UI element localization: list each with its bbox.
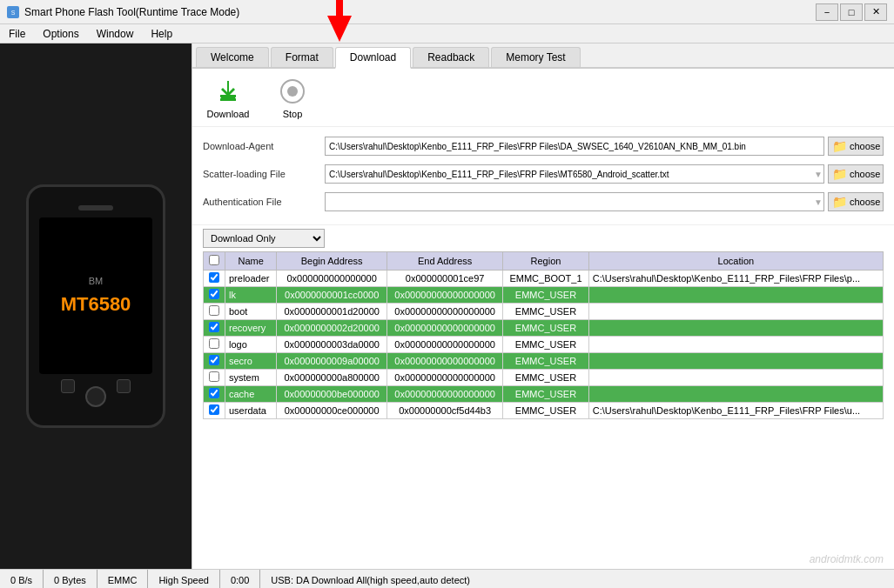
table-header-row: Name Begin Address End Address Region Lo… [204, 252, 884, 271]
menu-options[interactable]: Options [34, 26, 87, 41]
stop-icon [277, 76, 308, 107]
col-checkbox [204, 252, 225, 271]
folder-icon-3: 📁 [832, 195, 847, 209]
table-container: Name Begin Address End Address Region Lo… [192, 251, 894, 550]
phone-home-btn [85, 386, 106, 407]
col-begin: Begin Address [277, 252, 387, 271]
row-checkbox-6[interactable] [209, 371, 219, 382]
row-name-4: logo [225, 337, 277, 353]
scatter-choose-btn[interactable]: 📁 choose [828, 164, 884, 184]
status-storage: EMMC [97, 570, 149, 588]
row-checkbox-7[interactable] [209, 388, 219, 398]
row-region-3: EMMC_USER [503, 320, 589, 337]
tab-memory-test[interactable]: Memory Test [491, 47, 580, 67]
row-checkbox-2[interactable] [209, 305, 219, 316]
scatter-loading-input[interactable] [325, 164, 824, 184]
row-end-7: 0x00000000000000000 [387, 386, 503, 403]
menu-file[interactable]: File [0, 26, 34, 41]
row-checkbox-3[interactable] [209, 322, 219, 332]
table-row: cache0x00000000be0000000x000000000000000… [204, 386, 884, 403]
row-location-6 [588, 370, 883, 386]
scatter-dropdown-arrow: ▼ [814, 170, 823, 179]
phone-speaker [78, 205, 113, 210]
row-begin-2: 0x0000000001d20000 [277, 304, 387, 320]
folder-icon-2: 📁 [832, 167, 847, 181]
row-begin-8: 0x00000000ce000000 [277, 403, 387, 419]
row-name-7: cache [225, 386, 277, 403]
svg-point-9 [287, 86, 298, 97]
phone-brand-label: BM [89, 276, 104, 286]
main-layout: BM MT6580 Welcome For [0, 43, 894, 569]
row-location-0: C:\Users\rahul\Desktop\Kenbo_E111_FRP_Fi… [588, 271, 883, 287]
col-name: Name [225, 252, 277, 271]
svg-marker-7 [221, 97, 235, 98]
phone-device: BM MT6580 [26, 184, 165, 428]
table-row: logo0x0000000003da00000x0000000000000000… [204, 337, 884, 353]
row-checkbox-8[interactable] [209, 404, 219, 415]
svg-marker-3 [221, 81, 228, 97]
row-end-5: 0x00000000000000000 [387, 353, 503, 370]
row-checkbox-1[interactable] [209, 289, 219, 299]
phone-menu-btn [117, 379, 131, 393]
download-agent-input[interactable] [325, 137, 824, 156]
row-name-2: boot [225, 304, 277, 320]
close-button[interactable]: ✕ [864, 3, 887, 21]
download-label: Download [207, 109, 250, 119]
minimize-button[interactable]: − [816, 3, 838, 21]
phone-panel: BM MT6580 [0, 43, 192, 569]
row-location-7 [588, 386, 883, 403]
auth-file-input[interactable] [325, 192, 824, 211]
auth-file-row: Authentication File ▼ 📁 choose [203, 190, 884, 214]
tab-welcome[interactable]: Welcome [196, 47, 269, 67]
window-controls: − □ ✕ [816, 3, 887, 21]
row-checkbox-5[interactable] [209, 355, 219, 365]
row-end-2: 0x00000000000000000 [387, 304, 503, 320]
stop-button[interactable]: Stop [271, 76, 314, 119]
stop-label: Stop [283, 109, 303, 119]
row-end-6: 0x00000000000000000 [387, 370, 503, 386]
row-end-0: 0x000000001ce97 [387, 271, 503, 287]
table-row: system0x000000000a8000000x00000000000000… [204, 370, 884, 386]
download-agent-choose-btn[interactable]: 📁 choose [828, 137, 884, 156]
window-title: Smart Phone Flash Tool(Runtime Trace Mod… [24, 6, 239, 18]
row-name-3: recovery [225, 320, 277, 337]
app-icon: S [7, 6, 19, 18]
watermark: androidmtk.com [192, 550, 894, 569]
title-bar: S Smart Phone Flash Tool(Runtime Trace M… [0, 0, 894, 24]
choose-label-1: choose [850, 141, 880, 151]
phone-screen: BM MT6580 [39, 217, 152, 374]
col-region: Region [503, 252, 589, 271]
row-checkbox-4[interactable] [209, 338, 219, 349]
row-begin-7: 0x00000000be000000 [277, 386, 387, 403]
tab-download[interactable]: Download [335, 47, 411, 69]
menu-window[interactable]: Window [88, 26, 143, 41]
scatter-loading-row: Scatter-loading File ▼ 📁 choose [203, 162, 884, 186]
menu-help[interactable]: Help [142, 26, 181, 41]
maximize-button[interactable]: □ [840, 3, 863, 21]
download-button[interactable]: Download [206, 76, 250, 119]
row-region-4: EMMC_USER [503, 337, 589, 353]
row-region-1: EMMC_USER [503, 287, 589, 304]
row-name-1: lk [225, 287, 277, 304]
row-begin-3: 0x0000000002d20000 [277, 320, 387, 337]
auth-dropdown-arrow: ▼ [814, 197, 823, 207]
tab-readback[interactable]: Readback [413, 47, 489, 67]
title-bar-left: S Smart Phone Flash Tool(Runtime Trace M… [7, 6, 239, 18]
download-agent-label: Download-Agent [203, 141, 325, 151]
select-all-checkbox[interactable] [209, 255, 219, 265]
status-connection: High Speed [148, 570, 220, 588]
col-end: End Address [387, 252, 503, 271]
auth-file-label: Authentication File [203, 197, 325, 207]
content-panel: Welcome Format Download Readback Memory … [192, 43, 894, 569]
auth-choose-btn[interactable]: 📁 choose [828, 192, 884, 211]
table-row: recovery0x0000000002d200000x000000000000… [204, 320, 884, 337]
col-location: Location [588, 252, 883, 271]
row-end-8: 0x00000000cf5d44b3 [387, 403, 503, 419]
row-checkbox-0[interactable] [209, 272, 219, 283]
choose-label-2: choose [850, 169, 880, 179]
row-name-8: userdata [225, 403, 277, 419]
row-region-8: EMMC_USER [503, 403, 589, 419]
dropdown-row: Download Only Firmware Upgrade Format Al… [192, 225, 894, 251]
mode-select[interactable]: Download Only Firmware Upgrade Format Al… [203, 229, 325, 248]
tab-format[interactable]: Format [271, 47, 333, 67]
